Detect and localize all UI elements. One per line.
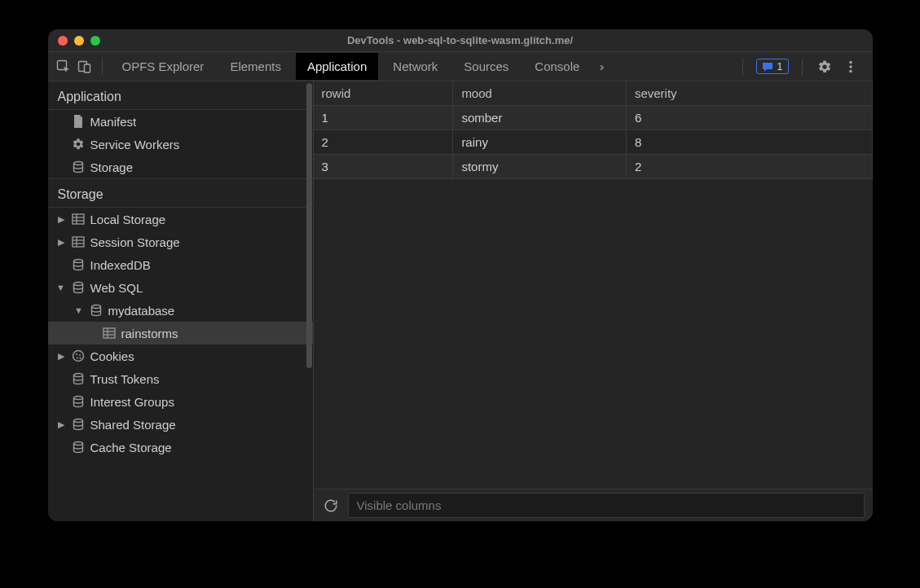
devtools-window: DevTools - web-sql-to-sqlite-wasm.glitch… bbox=[48, 29, 873, 521]
cell-mood: somber bbox=[453, 106, 627, 130]
sidebar-item-label: Session Storage bbox=[90, 235, 180, 249]
table-icon bbox=[71, 212, 86, 226]
cell-severity: 8 bbox=[626, 130, 872, 155]
cell-severity: 2 bbox=[626, 155, 872, 179]
sidebar-item-cache-storage[interactable]: ▶ Cache Storage bbox=[48, 436, 313, 459]
settings-gear-icon[interactable] bbox=[816, 58, 834, 76]
expand-arrow-icon[interactable]: ▶ bbox=[56, 419, 66, 430]
cell-rowid: 2 bbox=[314, 130, 453, 155]
sidebar-item-rainstorms[interactable]: ▶ rainstorms bbox=[48, 322, 313, 344]
svg-rect-18 bbox=[103, 328, 115, 338]
svg-point-4 bbox=[849, 65, 852, 68]
expand-arrow-icon[interactable]: ▼ bbox=[74, 305, 84, 315]
document-icon bbox=[71, 114, 86, 129]
tab-sources[interactable]: Sources bbox=[452, 53, 520, 80]
window-title: DevTools - web-sql-to-sqlite-wasm.glitch… bbox=[48, 34, 873, 46]
svg-point-15 bbox=[73, 260, 82, 263]
svg-point-28 bbox=[73, 397, 82, 400]
svg-point-27 bbox=[73, 374, 82, 377]
database-icon bbox=[71, 160, 86, 174]
main-toolbar: OPFS Explorer Elements Application Netwo… bbox=[48, 52, 873, 81]
sidebar-item-cookies[interactable]: ▶ Cookies bbox=[48, 344, 313, 367]
sidebar-item-label: Local Storage bbox=[90, 213, 166, 226]
table-row[interactable]: 2 rainy 8 bbox=[314, 130, 873, 155]
issues-indicator[interactable]: 1 bbox=[756, 59, 788, 74]
table-icon bbox=[102, 326, 117, 340]
column-header-mood[interactable]: mood bbox=[453, 81, 627, 106]
table-viewport[interactable]: rowid mood severity 1 somber 6 2 bbox=[314, 81, 873, 489]
sidebar-item-websql[interactable]: ▼ Web SQL bbox=[48, 276, 313, 299]
sidebar-item-session-storage[interactable]: ▶ Session Storage bbox=[48, 230, 313, 253]
sidebar-item-shared-storage[interactable]: ▶ Shared Storage bbox=[48, 413, 313, 436]
tab-elements[interactable]: Elements bbox=[218, 53, 293, 80]
sidebar-item-mydatabase[interactable]: ▼ mydatabase bbox=[48, 299, 313, 322]
svg-point-26 bbox=[79, 358, 81, 359]
device-toolbar-icon[interactable] bbox=[76, 58, 94, 76]
window-maximize-button[interactable] bbox=[90, 36, 100, 46]
table-header-row: rowid mood severity bbox=[314, 81, 873, 106]
traffic-lights bbox=[58, 36, 100, 46]
results-table: rowid mood severity 1 somber 6 2 bbox=[314, 81, 873, 179]
sidebar-item-label: Web SQL bbox=[90, 281, 143, 295]
column-header-rowid[interactable]: rowid bbox=[314, 81, 453, 106]
gear-icon bbox=[71, 137, 86, 151]
svg-point-24 bbox=[79, 354, 81, 356]
expand-arrow-icon[interactable]: ▶ bbox=[56, 237, 66, 248]
tab-network[interactable]: Network bbox=[381, 53, 449, 80]
titlebar: DevTools - web-sql-to-sqlite-wasm.glitch… bbox=[48, 29, 873, 52]
database-icon bbox=[71, 280, 86, 295]
sidebar-item-trust-tokens[interactable]: ▶ Trust Tokens bbox=[48, 367, 313, 390]
sidebar-item-manifest[interactable]: Manifest bbox=[48, 110, 313, 133]
table-row[interactable]: 3 stormy 2 bbox=[314, 155, 873, 179]
svg-point-6 bbox=[73, 162, 82, 165]
kebab-menu-icon[interactable] bbox=[842, 58, 860, 76]
sidebar-item-local-storage[interactable]: ▶ Local Storage bbox=[48, 208, 313, 230]
svg-rect-11 bbox=[73, 237, 84, 247]
svg-point-5 bbox=[849, 69, 852, 72]
column-header-severity[interactable]: severity bbox=[626, 81, 872, 106]
database-icon bbox=[71, 440, 86, 454]
sidebar-scrollbar[interactable] bbox=[306, 83, 312, 368]
sidebar-item-label: Trust Tokens bbox=[90, 372, 160, 386]
sidebar-item-label: Service Workers bbox=[90, 138, 180, 151]
toolbar-right: 1 bbox=[737, 58, 865, 76]
visible-columns-input[interactable] bbox=[348, 493, 865, 518]
table-footer bbox=[314, 489, 873, 521]
application-sidebar: Application Manifest Service Workers bbox=[48, 81, 314, 521]
more-tabs-chevron-icon[interactable]: ›› bbox=[594, 60, 606, 73]
expand-arrow-icon[interactable]: ▶ bbox=[56, 351, 66, 362]
sidebar-item-indexeddb[interactable]: ▶ IndexedDB bbox=[48, 253, 313, 276]
tab-application[interactable]: Application bbox=[296, 53, 378, 80]
svg-point-29 bbox=[73, 419, 82, 423]
sidebar-item-storage[interactable]: Storage bbox=[48, 156, 313, 178]
expand-arrow-icon[interactable]: ▶ bbox=[56, 214, 66, 225]
svg-point-23 bbox=[76, 353, 77, 355]
sidebar-item-label: rainstorms bbox=[121, 327, 178, 340]
window-minimize-button[interactable] bbox=[74, 36, 84, 46]
cell-rowid: 3 bbox=[314, 155, 453, 179]
sidebar-item-label: Shared Storage bbox=[90, 418, 176, 432]
sidebar-item-label: Cookies bbox=[90, 349, 134, 363]
section-header-storage: Storage bbox=[48, 178, 313, 208]
sidebar-item-interest-groups[interactable]: ▶ Interest Groups bbox=[48, 390, 313, 413]
svg-rect-7 bbox=[73, 214, 84, 224]
database-icon bbox=[89, 303, 103, 318]
cell-severity: 6 bbox=[626, 106, 872, 130]
svg-point-22 bbox=[73, 351, 83, 362]
sidebar-item-service-workers[interactable]: Service Workers bbox=[48, 133, 313, 156]
svg-point-30 bbox=[73, 442, 82, 445]
message-icon bbox=[762, 61, 773, 72]
table-row[interactable]: 1 somber 6 bbox=[314, 106, 873, 130]
window-close-button[interactable] bbox=[58, 36, 68, 46]
refresh-icon[interactable] bbox=[322, 497, 340, 515]
expand-arrow-icon[interactable]: ▼ bbox=[56, 283, 66, 292]
sidebar-item-label: Manifest bbox=[90, 115, 137, 129]
inspect-element-icon[interactable] bbox=[55, 58, 73, 76]
tab-console[interactable]: Console bbox=[523, 53, 591, 80]
table-icon bbox=[71, 235, 86, 249]
sidebar-item-label: IndexedDB bbox=[90, 258, 151, 272]
tab-opfs-explorer[interactable]: OPFS Explorer bbox=[111, 53, 216, 80]
toolbar-divider bbox=[102, 59, 103, 75]
cookie-icon bbox=[71, 349, 86, 363]
svg-point-16 bbox=[73, 283, 82, 286]
